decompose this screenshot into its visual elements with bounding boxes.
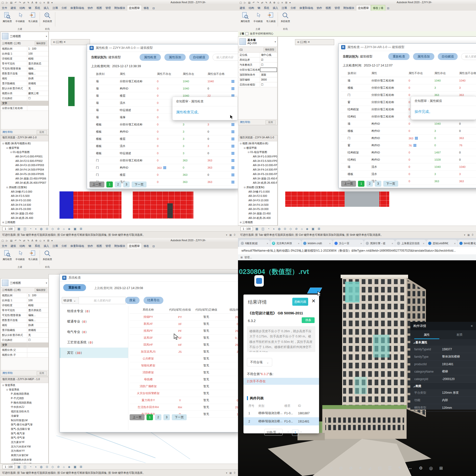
flag-icon[interactable] — [163, 166, 166, 169]
tree-item[interactable]: 冷媒管 — [1, 414, 48, 418]
tree-expander-icon[interactable]: ⊟ — [6, 147, 8, 149]
property-row[interactable]: 零件可见性 显示原状态 — [1, 308, 48, 313]
ribbon-tab[interactable]: 系统 — [33, 243, 42, 249]
close-icon[interactable]: ✕ — [471, 324, 473, 328]
tree-item[interactable]: AR-3#-F1-0.000-FP001 — [238, 154, 277, 159]
property-row[interactable]: 文字 — [1, 101, 48, 106]
locate-element-icon[interactable] — [231, 152, 235, 155]
next-page-button[interactable]: 下一页 — [383, 181, 398, 187]
property-row[interactable]: 视图分类 建筑三维 — [1, 91, 48, 96]
next-page-chevron[interactable]: › — [300, 430, 301, 434]
property-check-row[interactable]: 楼板 分部分项工程名称 0 3 3 — [341, 84, 476, 91]
tree-expander-icon[interactable]: ⊟ — [10, 151, 12, 153]
markup-icon[interactable]: ✎ — [398, 466, 402, 471]
dialog-titlebar[interactable]: R 属性检查 — ZJYY-3#-AR-1-0 — 建筑模型 — [87, 44, 238, 52]
page-number[interactable]: 3 — [163, 414, 170, 420]
section-construction[interactable]: 构造 — [410, 383, 476, 389]
browser-tab[interactable]: 黑洞引擎 - 提 × — [364, 240, 395, 247]
tab-properties[interactable]: 属性 — [410, 330, 443, 339]
filter-dropdown[interactable]: 错误项⌄ — [62, 297, 80, 304]
page-number[interactable]: 3 — [375, 181, 381, 187]
auto-assign-button[interactable]: 自动赋值 — [189, 54, 209, 61]
auto-assign-button[interactable]: 自动赋值 — [438, 53, 458, 60]
quick-access-toolbar[interactable]: ▢ ▷ ▤ ↶ ↷ ⇄ ✎ A ⊕ ◇ ≡ ⊞ ▾ — [1, 1, 53, 4]
property-row[interactable]: 详细程度 精细 — [1, 56, 48, 61]
tree-item[interactable]: ⊞三维视图 — [238, 220, 277, 225]
dialog-titlebar[interactable]: R 属性检查 — ZJYY-3#-AR-1-0 — 建筑模型 — [339, 44, 476, 51]
property-check-button[interactable]: 属性检查 — [140, 54, 161, 61]
property-row[interactable]: 日光路径 ☐ — [1, 338, 48, 343]
property-check-row[interactable]: 门 构件ID 363 0 363 — [89, 164, 237, 171]
locate-element-icon[interactable] — [231, 159, 235, 162]
page-number[interactable]: 1 — [358, 181, 364, 187]
browser-tab[interactable]: 垒知LetsBIM( × — [426, 240, 457, 247]
property-check-row[interactable]: 墙 流水 0 1040 1040 — [341, 163, 476, 171]
ribbon-tab[interactable]: 管理 — [104, 5, 113, 11]
browser-tab[interactable]: 6频首发|提 × — [239, 240, 270, 247]
tree-item[interactable]: 压力雨水YY — [1, 449, 48, 453]
property-row[interactable]: 视图分类-子 — [1, 353, 48, 357]
property-row[interactable]: 图形显示选项 编辑... — [1, 318, 48, 323]
tree-item[interactable]: AR-3#-机房-26.400 — [1, 216, 48, 220]
tree-item[interactable]: AR-3#楼-F1-0.000 — [1, 190, 48, 194]
tree-item[interactable]: ⊟原始图 (仅复制) — [1, 185, 48, 190]
tool-manual-assign[interactable]: 手动赋值 — [14, 12, 26, 23]
system-row[interactable]: 重力雨水Y Y 暂无 0,128,0 — [130, 397, 238, 404]
prev-page-button[interactable]: 上一页 — [89, 181, 104, 187]
locate-element-icon[interactable] — [231, 137, 235, 141]
close-tab-icon[interactable]: × — [454, 242, 456, 245]
recheck-button[interactable]: 重新检查 — [63, 284, 86, 291]
tree-item[interactable]: AR-3#-F2-5.500 — [1, 194, 48, 198]
locate-icon[interactable]: ◎ — [429, 466, 433, 471]
tool-property-check[interactable]: 属性检查 — [239, 12, 251, 23]
page-number[interactable]: 2 — [366, 181, 373, 187]
property-check-row[interactable]: 门 构件ID 363 0 363 — [341, 135, 476, 142]
close-tab-icon[interactable]: × — [267, 242, 268, 245]
property-row[interactable]: 视图比例 1 : 100 — [1, 46, 48, 51]
ribbon-tab[interactable]: 协作 — [86, 243, 95, 249]
ribbon-tab[interactable]: 插入 — [271, 5, 280, 11]
system-row[interactable]: 消防桥架 暂无 -- — [130, 369, 238, 376]
page-number[interactable]: 1 — [147, 414, 153, 420]
browser-tab[interactable]: 上海嘉定区信息 × — [395, 240, 426, 247]
tree-item[interactable]: AR-3#-F3-10.000-FP003 — [1, 163, 48, 168]
ribbon-tab[interactable]: 视图 — [324, 5, 333, 11]
edit-type-button[interactable]: 编辑类型 — [264, 48, 276, 52]
locate-element-icon[interactable] — [231, 173, 235, 177]
ribbon-tab[interactable]: 钢 — [256, 5, 262, 11]
tree-item[interactable]: AR-3#-F2-5.500-FP002 — [238, 159, 277, 163]
page-number[interactable]: 2 — [115, 181, 121, 187]
system-row[interactable]: 新风XF XF 暂无 0,255,2 — [130, 321, 238, 327]
tree-item[interactable]: AR-3#-F5-19.000-FP005 — [238, 172, 277, 177]
move-icon[interactable]: ↔ — [408, 466, 413, 471]
tree-item[interactable]: 太阳能热水回水管 — [1, 462, 48, 464]
locate-element-icon[interactable] — [231, 130, 235, 133]
tree-item[interactable]: 制冷剂管道LM — [1, 418, 48, 423]
tree-item[interactable]: AR-3#-机房-26.400 — [238, 216, 277, 220]
ribbon-tab[interactable]: 附加模块 — [113, 243, 127, 249]
property-row[interactable]: 分部分项工程名称 — [238, 67, 277, 72]
search-input[interactable]: 输入搜索内容 — [212, 54, 238, 61]
prev-page-button[interactable]: 上一页 — [130, 414, 145, 420]
property-row[interactable]: 房间边界 ☑ — [238, 58, 277, 62]
property-row[interactable]: 零件可见性 显示原状态 — [1, 61, 48, 66]
property-row[interactable]: 视图分类-父 — [1, 348, 48, 353]
compliance-filter-dropdown[interactable]: 不符合项⌄ — [247, 358, 272, 366]
tree-item[interactable]: ⊟楼层平面 — [238, 146, 277, 150]
tree-expander-icon[interactable]: ⊟ — [2, 142, 4, 145]
tool-import-assign[interactable]: 导入赋值 — [27, 12, 39, 23]
page-number[interactable]: 3 — [123, 181, 130, 187]
apps-icon[interactable]: ⊞ — [439, 466, 443, 471]
tree-item[interactable]: AR-3#-屋面-23.450-FP006 — [238, 177, 277, 181]
discipline-item[interactable]: 其它（33） — [60, 348, 128, 358]
hide-icon[interactable]: ⊘ — [349, 466, 353, 471]
type-selector[interactable]: 三维视图 ▾ — [1, 32, 48, 41]
tree-item[interactable]: ⊟原始图 (仅复制) — [238, 185, 277, 190]
measure-icon[interactable]: ⊿ — [368, 466, 372, 471]
tree-item[interactable]: AR-3#-F3-10.000 — [1, 198, 48, 203]
properties-help-link[interactable]: 属性帮助 — [2, 130, 13, 134]
export-results-button[interactable]: 结果导出 — [144, 297, 163, 304]
system-row[interactable]: 送风SF SF 暂无 0,153,25 — [130, 334, 238, 341]
tree-item[interactable]: AR-3#-F2-5.500-FP002 — [1, 159, 48, 163]
tool-property-check[interactable]: 属性检查 — [1, 12, 13, 23]
